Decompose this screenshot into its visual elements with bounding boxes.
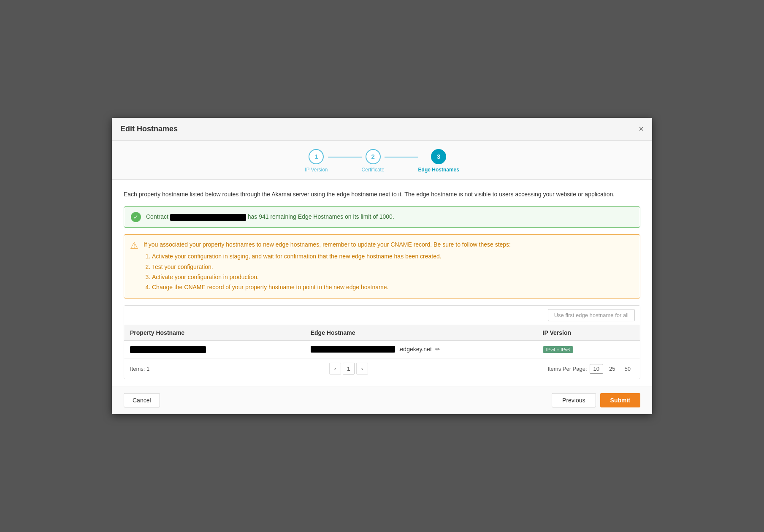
warning-step-3: Activate your configuration in productio…: [152, 272, 511, 282]
contract-id-redacted: [170, 214, 246, 221]
col-header-property: Property Hostname: [124, 325, 305, 341]
warning-intro: If you associated your property hostname…: [144, 240, 511, 249]
warning-alert: ⚠ If you associated your property hostna…: [124, 234, 640, 299]
previous-button[interactable]: Previous: [552, 393, 596, 407]
current-page-button[interactable]: 1: [343, 363, 355, 375]
warning-content: If you associated your property hostname…: [144, 240, 511, 293]
modal-title: Edit Hostnames: [120, 125, 178, 133]
edge-hostname-suffix: .edgekey.net: [398, 346, 432, 353]
table-row: .edgekey.net ✏ IPv4 + IPv6: [124, 340, 640, 358]
warning-steps-list: Activate your configuration in staging, …: [144, 252, 511, 292]
edge-hostname-redacted: [311, 346, 395, 353]
pagination-controls: ‹ 1 ›: [329, 363, 368, 375]
modal-footer: Cancel Previous Submit: [112, 386, 652, 414]
success-suffix: has 941 remaining Edge Hostnames on its …: [248, 213, 394, 220]
stepper-area: 1 IP Version 2 Certificate 3 Edge Hostna…: [112, 141, 652, 180]
ipv-badge: IPv4 + IPv6: [543, 346, 574, 353]
property-hostname-cell: [124, 340, 305, 358]
success-prefix: Contract: [146, 213, 168, 220]
per-page-25[interactable]: 25: [606, 364, 618, 373]
warning-icon: ⚠: [130, 240, 138, 251]
per-page-label: Items Per Page:: [547, 366, 587, 372]
footer-right-buttons: Previous Submit: [552, 393, 640, 407]
pagination-row: Items: 1 ‹ 1 › Items Per Page: 10 25 50: [124, 358, 640, 379]
step-line-2: [385, 157, 418, 157]
cancel-button[interactable]: Cancel: [124, 393, 160, 407]
modal-header: Edit Hostnames ×: [112, 118, 652, 141]
col-header-edge: Edge Hostname: [305, 325, 537, 341]
items-count: Items: 1: [130, 366, 149, 372]
step-3-circle: 3: [431, 149, 446, 164]
success-text: Contract has 941 remaining Edge Hostname…: [146, 213, 394, 220]
step-2-circle: 2: [366, 149, 381, 164]
hostnames-table: Property Hostname Edge Hostname IP Versi…: [124, 325, 640, 358]
warning-step-4: Change the CNAME record of your property…: [152, 282, 511, 292]
description-text: Each property hostname listed below rout…: [124, 190, 640, 199]
step-1-circle: 1: [309, 149, 324, 164]
use-first-hostname-button[interactable]: Use first edge hostname for all: [548, 309, 635, 321]
edge-hostname-cell: .edgekey.net ✏: [305, 340, 537, 358]
per-page-50[interactable]: 50: [621, 364, 634, 373]
property-hostname-redacted: [130, 346, 206, 353]
ip-version-cell: IPv4 + IPv6: [537, 340, 640, 358]
step-1: 1 IP Version: [305, 149, 328, 173]
close-button[interactable]: ×: [639, 125, 644, 133]
success-alert: ✓ Contract has 941 remaining Edge Hostna…: [124, 206, 640, 228]
warning-step-2: Test your configuration.: [152, 262, 511, 271]
next-page-button[interactable]: ›: [356, 363, 368, 375]
step-2-label: Certificate: [362, 167, 385, 173]
table-header-row: Property Hostname Edge Hostname IP Versi…: [124, 325, 640, 341]
step-3-label: Edge Hostnames: [418, 167, 459, 173]
step-1-label: IP Version: [305, 167, 328, 173]
warning-step-1: Activate your configuration in staging, …: [152, 252, 511, 261]
step-line-1: [328, 157, 362, 157]
prev-page-button[interactable]: ‹: [329, 363, 341, 375]
check-icon: ✓: [131, 212, 141, 222]
modal-body: Each property hostname listed below rout…: [112, 180, 652, 386]
stepper: 1 IP Version 2 Certificate 3 Edge Hostna…: [305, 149, 459, 173]
table-toolbar: Use first edge hostname for all: [124, 306, 640, 325]
edit-hostnames-modal: Edit Hostnames × 1 IP Version 2 Certific…: [112, 118, 652, 414]
col-header-ip: IP Version: [537, 325, 640, 341]
per-page-controls: Items Per Page: 10 25 50: [547, 364, 634, 374]
step-3: 3 Edge Hostnames: [418, 149, 459, 173]
hostnames-table-container: Use first edge hostname for all Property…: [124, 305, 640, 379]
edit-edge-hostname-icon[interactable]: ✏: [435, 346, 440, 353]
step-2: 2 Certificate: [362, 149, 385, 173]
submit-button[interactable]: Submit: [600, 393, 640, 407]
per-page-10[interactable]: 10: [590, 364, 603, 374]
